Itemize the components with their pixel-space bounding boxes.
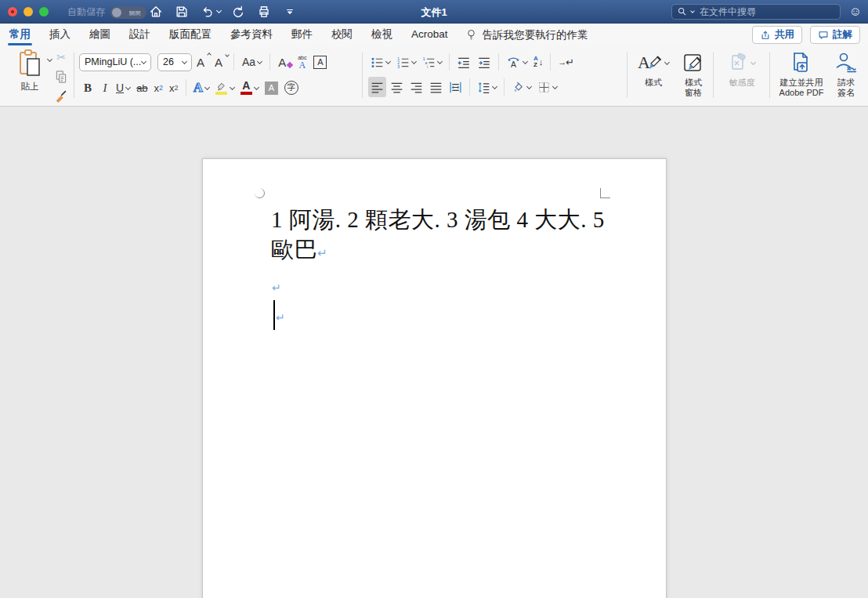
asian-layout-button[interactable]: A [504, 52, 530, 72]
superscript-mark-glyph: 2 [175, 84, 179, 92]
save-icon[interactable] [173, 3, 190, 20]
font-color-button[interactable]: A [238, 78, 261, 98]
font-size-chevron-icon [182, 58, 187, 63]
italic-button[interactable]: I [98, 78, 112, 98]
tab-references[interactable]: 參考資料 [230, 23, 273, 48]
character-shading-button[interactable]: A [262, 78, 280, 98]
tab-layout[interactable]: 版面配置 [169, 23, 212, 48]
change-case-button[interactable]: Aa [240, 52, 264, 72]
style-pane-button[interactable]: 樣式 窗格 [675, 48, 711, 98]
highlight-button[interactable] [213, 78, 237, 98]
decrease-indent-button[interactable] [454, 52, 473, 72]
character-border-button[interactable]: A [311, 52, 329, 72]
close-window-button[interactable] [8, 7, 17, 16]
grow-font-button[interactable]: A [194, 52, 210, 72]
tab-acrobat[interactable]: Acrobat [411, 24, 448, 46]
font-name-chevron-icon [141, 58, 146, 63]
comment-icon [818, 30, 829, 41]
share-label: 共用 [775, 28, 794, 42]
window-controls [8, 7, 49, 16]
sort-button[interactable]: A Z ↓ [531, 52, 545, 72]
show-marks-button[interactable]: →↵ [555, 52, 576, 72]
shading-chevron-icon [526, 83, 532, 89]
redo-icon[interactable] [230, 3, 247, 20]
format-painter-icon[interactable] [53, 89, 69, 104]
decrease-indent-icon [457, 56, 471, 69]
search-scope-chevron-icon[interactable] [690, 9, 695, 13]
clipboard-mini-buttons: ✂ [53, 49, 69, 104]
undo-icon[interactable] [199, 3, 216, 20]
minimize-window-button[interactable] [24, 7, 33, 16]
font-name-select[interactable]: PMingLiU (... [79, 53, 151, 71]
home-icon[interactable] [147, 3, 165, 20]
tab-mailings[interactable]: 郵件 [291, 23, 313, 48]
change-case-chevron-icon [257, 58, 262, 63]
borders-chevron-icon [552, 83, 558, 89]
sensitivity-button[interactable]: 敏感度 [719, 48, 765, 88]
underline-button[interactable]: U [114, 78, 132, 98]
text-cursor [273, 300, 275, 330]
align-center-button[interactable] [388, 77, 406, 97]
tab-design[interactable]: 設計 [129, 23, 150, 48]
underline-chevron-icon [125, 84, 131, 89]
feedback-smiley-icon[interactable]: ☺ [849, 4, 862, 20]
request-signatures-icon [834, 48, 858, 78]
document-page[interactable]: 1 阿湯. 2 顆老大. 3 湯包 4 大大. 5 歐巴↵ ↵ ↵ [202, 158, 667, 598]
comments-button[interactable]: 註解 [810, 26, 860, 44]
shading-button[interactable] [509, 77, 533, 97]
shrink-font-button[interactable]: A [212, 52, 228, 72]
tab-review[interactable]: 校閱 [331, 23, 353, 48]
text-effects-glyph: A [193, 80, 203, 96]
strikethrough-button[interactable]: ab [134, 78, 150, 98]
align-right-button[interactable] [407, 77, 425, 97]
styles-chevron-icon [664, 59, 670, 64]
autosave-toggle[interactable]: 關閉 [110, 6, 146, 19]
justify-button[interactable] [427, 77, 445, 97]
multilevel-list-button[interactable]: 1ai [420, 52, 444, 72]
highlight-chevron-icon [230, 84, 235, 89]
tab-insert[interactable]: 插入 [49, 23, 71, 48]
ribbon-divider [74, 53, 74, 98]
clear-formatting-button[interactable]: A [276, 52, 293, 72]
subscript-button[interactable]: x2 [152, 78, 166, 98]
line-spacing-button[interactable] [475, 77, 499, 97]
adobe-pdf-label: 建立並共用 Adobe PDF [779, 78, 824, 98]
undo-chevron-icon[interactable] [216, 8, 222, 13]
tell-me-box[interactable]: 告訴我您要執行的作業 [465, 28, 588, 42]
asian-layout-icon: A [506, 56, 521, 69]
styles-button[interactable]: A 樣式 [633, 48, 674, 88]
copy-icon[interactable] [53, 69, 69, 85]
distribute-text-button[interactable] [447, 77, 465, 97]
numbering-button[interactable]: 123 [394, 52, 418, 72]
align-left-button[interactable] [368, 77, 386, 97]
enclose-characters-button[interactable]: 字 [282, 78, 301, 98]
increase-indent-button[interactable] [475, 52, 494, 72]
autosave-label: 自動儲存 [67, 5, 105, 19]
paste-label: 貼上 [21, 81, 39, 92]
borders-button[interactable] [535, 77, 559, 97]
zoom-window-button[interactable] [39, 7, 49, 16]
font-size-select[interactable]: 26 [157, 53, 192, 71]
font-color-glyph: A [242, 81, 250, 91]
create-adobe-pdf-button[interactable]: 建立並共用 Adobe PDF [774, 48, 829, 98]
customize-toolbar-icon[interactable] [281, 3, 298, 20]
search-input[interactable]: 在文件中搜尋 [671, 4, 841, 20]
tab-draw[interactable]: 繪圖 [89, 23, 110, 48]
bold-button[interactable]: B [79, 78, 96, 98]
share-button[interactable]: 共用 [752, 26, 802, 44]
paste-button[interactable]: 貼上 [11, 49, 49, 92]
tab-home[interactable]: 常用 [9, 23, 31, 48]
superscript-button[interactable]: x2 [167, 78, 181, 98]
bullets-button[interactable] [368, 52, 392, 72]
print-icon[interactable] [255, 3, 273, 20]
document-canvas[interactable]: 1 阿湯. 2 顆老大. 3 湯包 4 大大. 5 歐巴↵ ↵ ↵ [0, 107, 868, 598]
document-paragraph[interactable]: 1 阿湯. 2 顆老大. 3 湯包 4 大大. 5 歐巴↵ [271, 205, 608, 268]
align-left-icon [371, 81, 384, 94]
cut-icon[interactable]: ✂ [53, 49, 69, 65]
phonetic-guide-button[interactable]: abc A [295, 52, 309, 72]
font-group: PMingLiU (... 26 A A Aa A abc A [79, 46, 361, 104]
tab-view[interactable]: 檢視 [371, 23, 392, 48]
request-signatures-button[interactable]: 請求 簽名 [829, 48, 863, 98]
svg-text:3: 3 [397, 63, 400, 68]
text-effects-button[interactable]: A [191, 78, 212, 98]
